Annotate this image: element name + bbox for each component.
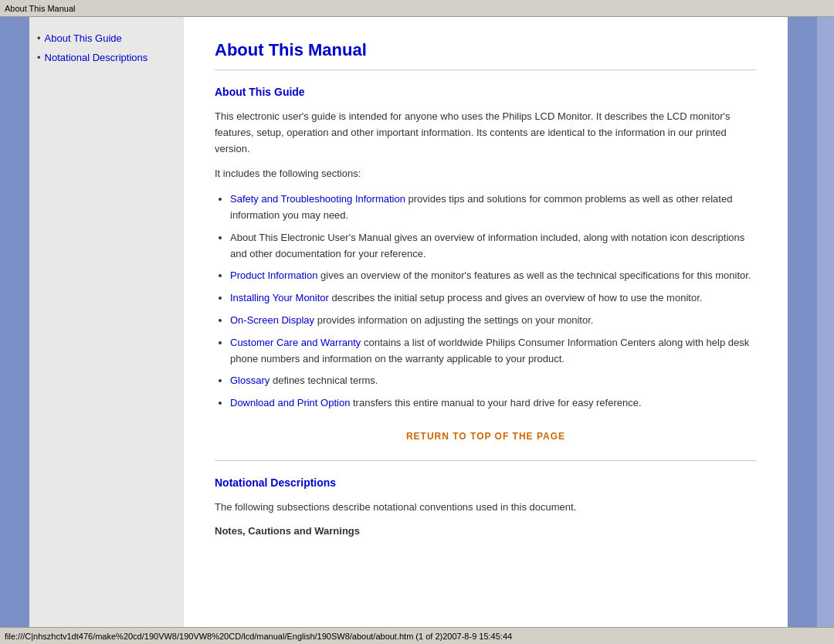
about-guide-heading: About This Guide xyxy=(215,86,757,98)
page-title: About This Manual xyxy=(215,40,757,60)
sidebar-item-notational[interactable]: • Notational Descriptions xyxy=(37,52,176,63)
notes-cautions-heading: Notes, Cautions and Warnings xyxy=(215,525,757,537)
title-divider xyxy=(215,69,757,70)
sidebar-link-about-guide[interactable]: About This Guide xyxy=(45,32,122,44)
download-print-link[interactable]: Download and Print Option xyxy=(230,397,350,408)
sidebar-bullet-1: • xyxy=(37,32,41,44)
main-wrapper: • About This Guide • Notational Descript… xyxy=(0,17,834,627)
list-item-4: Installing Your Monitor describes the in… xyxy=(230,290,757,307)
notational-section: Notational Descriptions The following su… xyxy=(215,476,757,537)
about-guide-para2: It includes the following sections: xyxy=(215,166,757,182)
list-item-7: Glossary defines technical terms. xyxy=(230,373,757,389)
list-item-1: Safety and Troubleshooting Information p… xyxy=(230,192,757,224)
product-info-link[interactable]: Product Information xyxy=(230,269,317,281)
title-bar: About This Manual xyxy=(0,0,834,17)
right-bar xyxy=(788,17,817,627)
status-bar-text: file:///C|nhszhctv1dt476/make%20cd/190VW… xyxy=(5,632,512,641)
sidebar-item-about-guide[interactable]: • About This Guide xyxy=(37,32,176,44)
about-guide-list: Safety and Troubleshooting Information p… xyxy=(230,192,757,412)
safety-link[interactable]: Safety and Troubleshooting Information xyxy=(230,193,405,205)
content-inner: About This Manual About This Guide This … xyxy=(184,17,788,627)
list-item-2: About This Electronic User's Manual give… xyxy=(230,230,757,263)
customer-care-link[interactable]: Customer Care and Warranty xyxy=(230,337,361,348)
content-area: About This Manual About This Guide This … xyxy=(184,17,788,627)
list-item-8: Download and Print Option transfers this… xyxy=(230,395,757,412)
sidebar: • About This Guide • Notational Descript… xyxy=(29,17,184,627)
notational-para: The following subsections describe notat… xyxy=(215,500,757,516)
about-guide-section: About This Guide This electronic user's … xyxy=(215,86,757,442)
title-bar-text: About This Manual xyxy=(5,4,76,13)
list-item-3: Product Information gives an overview of… xyxy=(230,268,757,284)
list-item-5: On-Screen Display provides information o… xyxy=(230,313,757,329)
notational-divider xyxy=(215,460,757,461)
installing-monitor-link[interactable]: Installing Your Monitor xyxy=(230,292,329,303)
return-to-top-link[interactable]: RETURN TO TOP OF THE PAGE xyxy=(406,431,565,442)
glossary-link[interactable]: Glossary xyxy=(230,375,270,386)
osd-link[interactable]: On-Screen Display xyxy=(230,314,314,326)
about-guide-para1: This electronic user's guide is intended… xyxy=(215,109,757,157)
notational-heading: Notational Descriptions xyxy=(215,476,757,489)
far-right-bar xyxy=(817,17,834,627)
sidebar-link-notational[interactable]: Notational Descriptions xyxy=(45,52,148,63)
return-to-top[interactable]: RETURN TO TOP OF THE PAGE xyxy=(215,430,757,442)
left-bar xyxy=(0,17,29,627)
status-bar: file:///C|nhszhctv1dt476/make%20cd/190VW… xyxy=(0,627,834,644)
sidebar-bullet-2: • xyxy=(37,52,41,63)
list-item-6: Customer Care and Warranty contains a li… xyxy=(230,335,757,368)
